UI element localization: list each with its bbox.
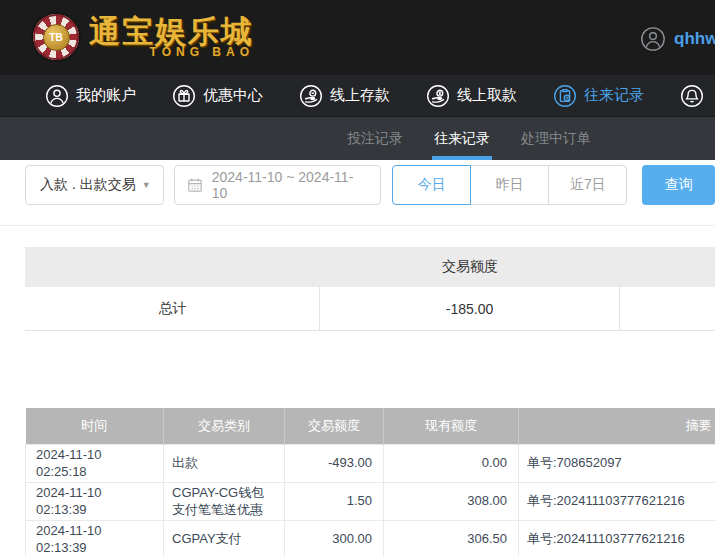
top-header: TB 通宝娱乐城 TONG BAO qhhwz (0, 0, 715, 75)
cell-time: 2024-11-10 02:13:39 (26, 482, 164, 520)
nav-item-my-account[interactable]: 我的账户 (45, 84, 136, 108)
cell-type: CGPAY支付 (164, 520, 285, 556)
transactions-table: 时间 交易类别 交易额度 现有额度 摘要 2024-11-10 02:25:18… (25, 408, 715, 556)
cell-time: 2024-11-10 02:25:18 (26, 444, 164, 482)
transaction-type-select[interactable]: 入款 . 出款交易 ▼ (25, 165, 164, 205)
last-7-days-button[interactable]: 近7日 (548, 165, 627, 205)
nav-item-announcements[interactable] (680, 84, 704, 108)
cell-balance: 308.00 (384, 482, 519, 520)
yesterday-button[interactable]: 昨日 (470, 165, 549, 205)
cell-amount: 1.50 (285, 482, 384, 520)
tab-transaction-records[interactable]: 往来记录 (432, 117, 492, 160)
cell-time: 2024-11-10 02:13:39 (26, 520, 164, 556)
filter-bar: 入款 . 出款交易 ▼ 2024-11-10 ~ 2024-11-10 今日 昨… (25, 165, 715, 205)
summary-total-value: -185.00 (320, 287, 620, 330)
nav-item-transaction-records[interactable]: 往来记录 (553, 84, 644, 108)
cell-balance: 306.50 (384, 520, 519, 556)
tab-pending-orders[interactable]: 处理中订单 (519, 117, 593, 160)
cell-amount: -493.00 (285, 444, 384, 482)
brand-title: 通宝娱乐城 (89, 16, 254, 47)
summary-table: 交易额度 总计 -185.00 (25, 247, 715, 331)
summary-header-amount: 交易额度 (320, 258, 620, 276)
deposit-icon (299, 84, 323, 108)
gift-icon (172, 84, 196, 108)
tab-betting-records[interactable]: 投注记录 (345, 117, 405, 160)
table-header-row: 时间 交易类别 交易额度 现有额度 摘要 (26, 408, 715, 444)
user-account[interactable]: qhhwz (640, 26, 715, 52)
user-avatar-icon (640, 26, 666, 52)
nav-label: 线上存款 (330, 86, 390, 105)
cell-memo: 单号:708652097 (519, 444, 715, 482)
date-range-value: 2024-11-10 ~ 2024-11-10 (212, 169, 369, 201)
chevron-down-icon: ▼ (142, 180, 151, 190)
calendar-icon (187, 177, 203, 193)
table-row: 2024-11-10 02:25:18 出款 -493.00 0.00 单号:7… (26, 444, 715, 482)
nav-label: 线上取款 (457, 86, 517, 105)
user-icon (45, 84, 69, 108)
cell-amount: 300.00 (285, 520, 384, 556)
transaction-type-value: 入款 . 出款交易 (40, 176, 136, 194)
quick-date-group: 今日 昨日 近7日 (392, 165, 627, 205)
nav-item-promotions[interactable]: 优惠中心 (172, 84, 263, 108)
cell-type: CGPAY-CG钱包支付笔笔送优惠 (164, 482, 285, 520)
cell-memo: 单号:202411103777621216 (519, 482, 715, 520)
brand-logo[interactable]: TB 通宝娱乐城 TONG BAO (33, 14, 254, 60)
table-row: 2024-11-10 02:13:39 CGPAY支付 300.00 306.5… (26, 520, 715, 556)
nav-label: 优惠中心 (203, 86, 263, 105)
bell-icon (680, 84, 704, 108)
summary-empty-cell (620, 287, 715, 330)
summary-header-row: 交易额度 (25, 247, 715, 287)
nav-item-withdraw[interactable]: 线上取款 (426, 84, 517, 108)
poker-chip-icon: TB (33, 14, 79, 60)
search-button[interactable]: 查询 (642, 165, 715, 205)
nav-label: 往来记录 (584, 86, 644, 105)
sub-nav: 投注记录 往来记录 处理中订单 (0, 117, 715, 160)
cell-balance: 0.00 (384, 444, 519, 482)
col-header-amount: 交易额度 (285, 408, 384, 444)
col-header-time: 时间 (26, 408, 164, 444)
col-header-memo: 摘要 (519, 408, 715, 444)
cell-type: 出款 (164, 444, 285, 482)
logo-text: 通宝娱乐城 TONG BAO (89, 16, 254, 59)
summary-total-row: 总计 -185.00 (25, 287, 715, 331)
cell-memo: 单号:202411103777621216 (519, 520, 715, 556)
nav-item-deposit[interactable]: 线上存款 (299, 84, 390, 108)
date-range-input[interactable]: 2024-11-10 ~ 2024-11-10 (174, 165, 382, 205)
main-nav: 我的账户 优惠中心 线上存款 线上取款 (0, 75, 715, 117)
nav-label: 我的账户 (76, 86, 136, 105)
table-row: 2024-11-10 02:13:39 CGPAY-CG钱包支付笔笔送优惠 1.… (26, 482, 715, 520)
today-button[interactable]: 今日 (392, 165, 471, 205)
withdraw-icon (426, 84, 450, 108)
col-header-balance: 现有额度 (384, 408, 519, 444)
records-icon (553, 84, 577, 108)
chip-monogram: TB (43, 24, 70, 51)
section-divider (0, 225, 715, 226)
col-header-type: 交易类别 (164, 408, 285, 444)
summary-total-label: 总计 (25, 287, 320, 330)
username[interactable]: qhhwz (674, 29, 715, 49)
